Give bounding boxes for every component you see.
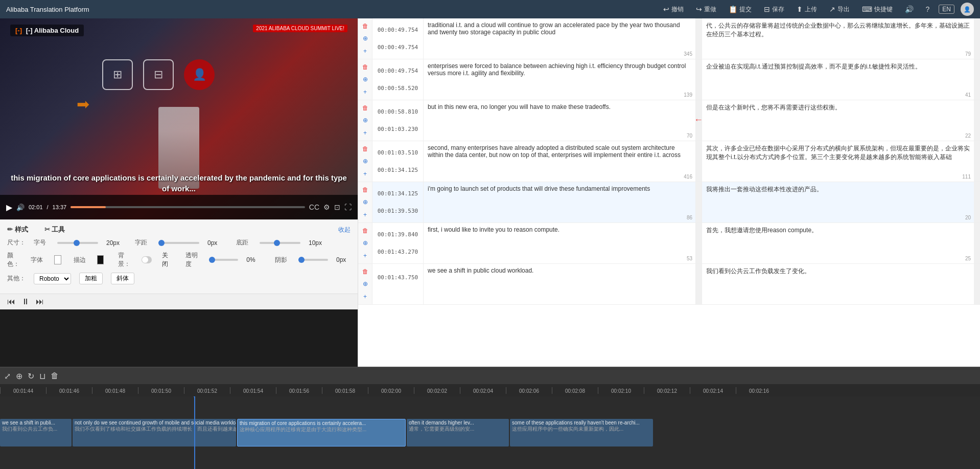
volume-button[interactable]: 🔊: [902, 3, 917, 15]
opacity-value: 0%: [246, 256, 261, 263]
font-color-swatch[interactable]: [54, 255, 61, 264]
source-text[interactable]: we see a shift in public cloud workload.: [424, 264, 696, 304]
delete-btn[interactable]: 🗑: [361, 144, 369, 153]
add-btn[interactable]: +: [362, 292, 368, 301]
target-char-count: 22: [965, 133, 971, 139]
row-actions: 🗑 ⊕ +: [358, 18, 372, 59]
tl-link-tool[interactable]: ⊔: [39, 371, 45, 381]
copy-btn[interactable]: ⊕: [362, 75, 369, 84]
add-btn[interactable]: +: [362, 251, 368, 260]
delete-btn[interactable]: 🗑: [361, 62, 369, 72]
copy-btn[interactable]: ⊕: [362, 157, 369, 166]
copy-btn[interactable]: ⊕: [362, 197, 369, 207]
shortcut-button[interactable]: ⌨ 快捷键: [859, 3, 896, 16]
redo-button[interactable]: ↪ 重做: [693, 3, 719, 16]
target-text[interactable]: 我将推出一套推动这些根本性改进的产品。 20: [702, 182, 974, 222]
target-text[interactable]: 我们看到公共云工作负载发生了变化。: [702, 264, 974, 304]
help-button[interactable]: ?: [923, 3, 933, 15]
source-text[interactable]: enterprises were forced to balance betwe…: [424, 59, 696, 100]
copy-btn[interactable]: ⊕: [362, 238, 369, 248]
letter-spacing-slider[interactable]: [158, 242, 199, 244]
tl-rotate-tool[interactable]: ↻: [28, 371, 34, 381]
video-controls: ▶ 🔊 02:01 / 13:37 CC ⚙ ⊡ ⛶: [0, 195, 358, 219]
source-text[interactable]: i'm going to launch set of products that…: [424, 182, 696, 222]
list-item[interactable]: this migration of core applications is c…: [237, 419, 406, 446]
delete-btn[interactable]: 🗑: [361, 226, 369, 235]
list-item[interactable]: we see a shift in publi... 我们看到公共云工作负...: [0, 419, 72, 446]
avatar[interactable]: 👤: [961, 3, 974, 16]
copy-btn[interactable]: ⊕: [362, 34, 369, 43]
row-actions: 🗑 ⊕ +: [358, 182, 372, 222]
playhead-triangle: [192, 396, 197, 397]
list-item[interactable]: some of these applications really haven'…: [510, 419, 653, 446]
stroke-color-swatch[interactable]: [97, 255, 104, 264]
ruler-mark: 00:01:46: [46, 387, 92, 394]
copy-btn[interactable]: ⊕: [362, 279, 369, 288]
captions-button[interactable]: CC: [309, 203, 319, 211]
play-button[interactable]: ▶: [6, 203, 12, 212]
prev-button[interactable]: ⏮: [7, 297, 15, 306]
font-size-slider[interactable]: [57, 242, 98, 244]
source-text[interactable]: traditional i.t. and a cloud will contin…: [424, 18, 696, 59]
table-row: 🗑 ⊕ + 00:00:58.810 00:01:03.230 but in t…: [358, 100, 980, 141]
end-time: 00:01:39.530: [375, 208, 421, 214]
copy-btn[interactable]: ⊕: [362, 116, 369, 125]
start-time: 00:00:58.810: [375, 108, 421, 115]
tl-split-tool[interactable]: ⊕: [16, 371, 22, 381]
bold-button[interactable]: 加粗: [79, 273, 103, 284]
list-item[interactable]: not only do we see continued growth of m…: [73, 419, 236, 446]
opacity-thumb: [209, 257, 215, 263]
add-btn[interactable]: +: [362, 87, 368, 97]
tl-move-tool[interactable]: ⤢: [4, 371, 11, 381]
row-actions: 🗑 ⊕ +: [358, 59, 372, 100]
help-icon: ?: [926, 5, 930, 13]
ruler-mark: 00:01:52: [184, 387, 230, 394]
save-button[interactable]: ⊟ 保存: [761, 3, 787, 16]
source-scrollbar: [696, 59, 702, 100]
target-text[interactable]: 代，公共云的存储容量将超过传统的企业数据中心，那么云将继续加速增长。多年来，基础…: [702, 18, 974, 59]
upload-button[interactable]: ⬆ 上传: [794, 3, 820, 16]
add-btn[interactable]: +: [362, 128, 368, 138]
submit-label: 提交: [739, 5, 752, 14]
save-label: 保存: [772, 5, 784, 14]
undo-button[interactable]: ↩ 撤销: [660, 3, 687, 16]
delete-btn[interactable]: 🗑: [361, 21, 369, 31]
source-text[interactable]: first, i would like to invite you to rea…: [424, 223, 696, 263]
add-btn[interactable]: +: [362, 210, 368, 219]
fullscreen-button[interactable]: ⛶: [344, 203, 352, 211]
delete-btn[interactable]: 🗑: [361, 185, 369, 194]
progress-bar[interactable]: [71, 206, 305, 208]
ruler-mark: 00:01:54: [230, 387, 276, 394]
delete-btn[interactable]: 🗑: [361, 103, 369, 113]
font-family-select[interactable]: Roboto: [34, 273, 71, 284]
shadow-slider[interactable]: [298, 259, 328, 261]
tl-delete-tool[interactable]: 🗑: [51, 371, 59, 381]
language-selector[interactable]: EN: [939, 5, 954, 14]
italic-button[interactable]: 斜体: [111, 273, 134, 284]
submit-button[interactable]: 📋 提交: [726, 3, 755, 16]
bottom-value: 10px: [309, 239, 323, 247]
add-btn[interactable]: +: [362, 47, 368, 56]
source-text[interactable]: but in this new era, no longer you will …: [424, 100, 696, 141]
bottom-slider[interactable]: [260, 242, 300, 244]
settings-button[interactable]: ⚙: [323, 203, 330, 211]
target-scrollbar: [974, 223, 980, 263]
delete-btn[interactable]: 🗑: [361, 267, 369, 276]
source-text[interactable]: second, many enterprises have already ad…: [424, 141, 696, 182]
export-button[interactable]: ↗ 导出: [826, 3, 853, 16]
mute-button[interactable]: 🔊: [16, 204, 25, 211]
target-text[interactable]: 首先，我想邀请您使用reason compute。 25: [702, 223, 974, 263]
target-text[interactable]: 其次，许多企业已经在数据中心采用了分布式的横向扩展系统架构，但现在最重要的是，企…: [702, 141, 974, 182]
target-text[interactable]: 企业被迫在实现高i.t.通过预算控制提高效率，而不是更多的i.t.敏捷性和灵活性…: [702, 59, 974, 100]
pip-button[interactable]: ⊡: [334, 203, 340, 211]
next-button[interactable]: ⏭: [36, 297, 44, 306]
bg-toggle[interactable]: [142, 256, 152, 263]
source-char-count: 70: [687, 133, 692, 139]
target-text[interactable]: 但是在这个新时代，您将不再需要进行这些权衡。 22: [702, 100, 974, 141]
list-item[interactable]: often it demands higher lev... 通常，它需要更高级…: [407, 419, 509, 446]
opacity-slider[interactable]: [209, 259, 239, 261]
ruler-mark: 00:02:08: [552, 387, 598, 394]
collapse-button[interactable]: 收起: [338, 226, 351, 234]
add-btn[interactable]: +: [362, 169, 368, 178]
pause-button[interactable]: ⏸: [21, 297, 30, 306]
